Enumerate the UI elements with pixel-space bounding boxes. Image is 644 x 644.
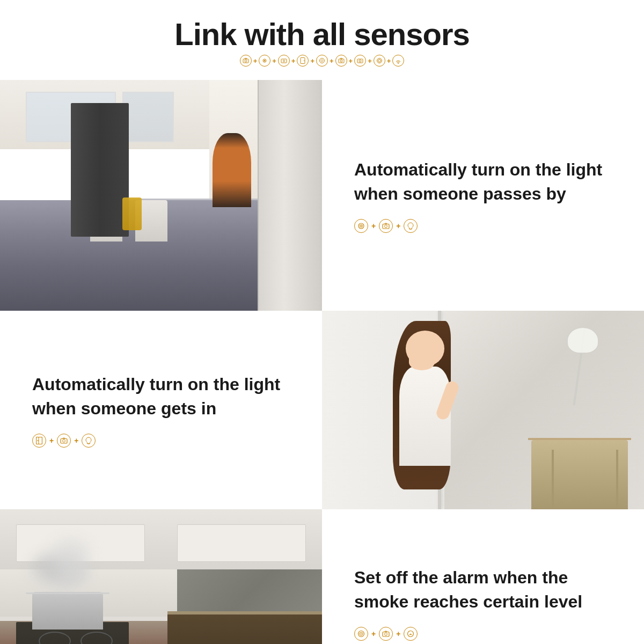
sensor-5 xyxy=(316,55,328,67)
plus-5: + xyxy=(330,57,334,65)
wifi-icon-h xyxy=(392,55,404,67)
svg-point-31 xyxy=(361,633,362,634)
plus-icon-2: + xyxy=(396,222,400,230)
section-3-image xyxy=(0,509,322,644)
plus-6: + xyxy=(349,57,353,65)
camera-icon-2 xyxy=(335,55,347,67)
svg-point-35 xyxy=(410,634,411,635)
section-1-text: Automatically turn on the light when som… xyxy=(322,80,644,311)
page-header: Link with all sensors + + + + + + xyxy=(0,0,644,80)
sensor-7 xyxy=(354,55,366,67)
plus-3: + xyxy=(291,57,296,65)
section-1-image xyxy=(0,80,322,311)
plus-icon-6: + xyxy=(396,630,400,638)
alarm-icon-s3 xyxy=(404,627,418,641)
camera-icon-s3 xyxy=(379,627,393,641)
svg-point-19 xyxy=(361,225,362,226)
plus-icon-4: + xyxy=(74,436,78,445)
svg-point-15 xyxy=(378,60,380,62)
section-2-text: Automatically turn on the light when som… xyxy=(0,311,322,509)
section-1-heading: Automatically turn on the light when som… xyxy=(354,158,612,206)
section-3-icons: + + xyxy=(354,627,612,641)
sensor-icons-row: + + + + + + + + xyxy=(11,52,633,75)
door-icon-h xyxy=(297,55,309,67)
svg-point-11 xyxy=(340,60,342,62)
camera-icon-s2 xyxy=(57,434,71,448)
svg-point-14 xyxy=(377,58,382,63)
camera-icon-s1 xyxy=(379,219,393,233)
ring-icon-h xyxy=(374,55,385,67)
plus-icon-1: + xyxy=(371,222,376,230)
svg-point-25 xyxy=(38,440,39,441)
section-3-text: Set off the alarm when the smoke reaches… xyxy=(322,509,644,644)
camera-icon-1 xyxy=(240,55,252,67)
door-sensor-icon xyxy=(32,434,46,448)
section-2-image xyxy=(322,311,644,509)
plus-1: + xyxy=(253,57,258,65)
bulb-icon-s2 xyxy=(82,434,96,448)
section-2-heading: Automatically turn on the light when som… xyxy=(32,372,290,421)
bulb-icon-s1 xyxy=(404,219,418,233)
plus-4: + xyxy=(310,57,314,65)
svg-point-33 xyxy=(385,633,387,635)
plus-icon-3: + xyxy=(49,436,54,445)
svg-point-1 xyxy=(245,60,247,62)
svg-point-9 xyxy=(321,60,323,62)
hub-icon-1 xyxy=(278,55,290,67)
svg-point-8 xyxy=(320,58,325,63)
svg-point-27 xyxy=(63,440,65,442)
section-3-heading: Set off the alarm when the smoke reaches… xyxy=(354,566,612,614)
plus-8: + xyxy=(387,57,391,65)
svg-point-3 xyxy=(264,60,266,62)
plus-7: + xyxy=(368,57,372,65)
page-title: Link with all sensors xyxy=(11,16,633,52)
plus-2: + xyxy=(272,57,276,65)
section-1-icons: + + xyxy=(354,219,612,233)
content-grid: Automatically turn on the light when som… xyxy=(0,80,644,644)
section-2-icons: + + xyxy=(32,434,290,448)
svg-point-5 xyxy=(283,60,284,62)
plus-icon-5: + xyxy=(371,630,376,638)
svg-rect-4 xyxy=(281,59,287,63)
svg-point-21 xyxy=(385,225,387,228)
motion-icon-1 xyxy=(259,55,270,67)
smoke-sensor-icon xyxy=(354,627,368,641)
svg-rect-23 xyxy=(36,437,42,444)
svg-point-13 xyxy=(359,60,361,62)
motion-sensor-icon xyxy=(354,219,368,233)
svg-point-16 xyxy=(398,63,399,64)
svg-point-7 xyxy=(304,60,305,61)
